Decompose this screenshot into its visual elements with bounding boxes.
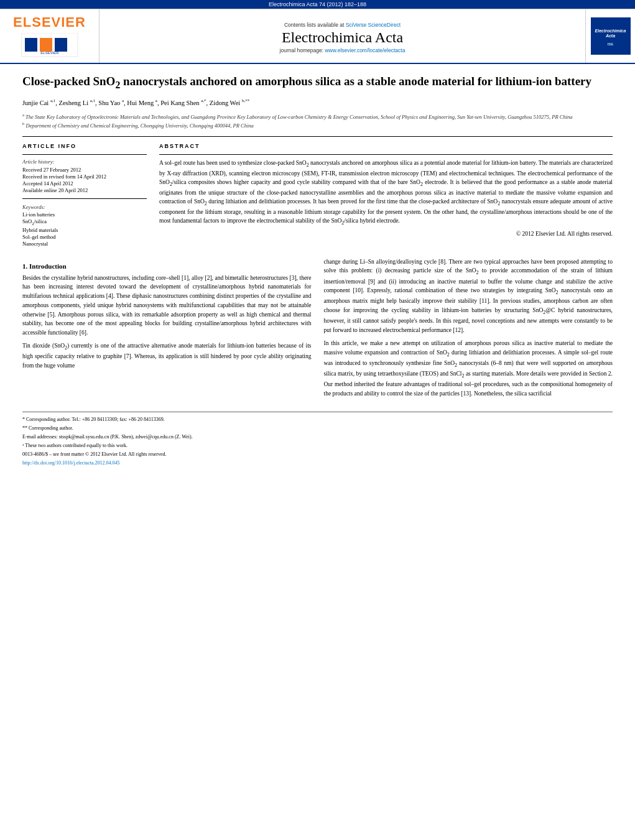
- elsevier-logo-text: ELSEVIER: [13, 14, 86, 30]
- keyword-2: SnO2/silica: [22, 218, 147, 226]
- keyword-1: Li-ion batteries: [22, 211, 147, 218]
- journal-title: Electrochimica Acta: [282, 29, 403, 46]
- article-history-label: Article history:: [22, 159, 147, 165]
- copyright: © 2012 Elsevier Ltd. All rights reserved…: [159, 229, 613, 238]
- intro-heading: 1. Introduction: [22, 262, 312, 270]
- journal-logo-box: ElectrochimicaActa ISE: [591, 17, 631, 55]
- divider-abstract: [159, 154, 613, 155]
- article-footer: * Corresponding author. Tel.: +86 20 841…: [22, 412, 613, 467]
- info-abstract-section: Article Info Article history: Received 2…: [22, 143, 613, 247]
- journal-logo-title: ElectrochimicaActa: [593, 26, 629, 42]
- elsevier-tree-logo: ELSEVIER: [19, 33, 81, 58]
- svg-text:ELSEVIER: ELSEVIER: [40, 51, 59, 55]
- keyword-4: Sol–gel method: [22, 234, 147, 240]
- intro-para-2: Tin dioxide (SnO2) currently is one of t…: [22, 341, 312, 371]
- available-date: Available online 20 April 2012: [22, 187, 147, 193]
- intro-para-3: change during Li–Sn alloying/dealloying …: [324, 257, 613, 335]
- footer-issn: 0013-4686/$ – see front matter © 2012 El…: [22, 451, 613, 458]
- footer-doi: http://dx.doi.org/10.1016/j.electacta.20…: [22, 459, 613, 467]
- top-banner: Electrochimica Acta 74 (2012) 182–188: [0, 0, 635, 9]
- svg-rect-3: [55, 38, 67, 52]
- article-info-heading: Article Info: [22, 143, 147, 149]
- abstract-text: A sol–gel route has been used to synthes…: [159, 159, 613, 238]
- received-revised-date: Received in revised form 14 April 2012: [22, 173, 147, 180]
- article-container: Close-packed SnO2 nanocrystals anchored …: [0, 64, 635, 481]
- footer-note-1: * Corresponding author. Tel.: +86 20 841…: [22, 416, 613, 423]
- keyword-5: Nanocrystal: [22, 241, 147, 247]
- keyword-3: Hybrid materials: [22, 227, 147, 233]
- footer-note-2: ** Corresponding author.: [22, 425, 613, 432]
- journal-logo-subtitle: ISE: [608, 42, 614, 46]
- divider-info: [22, 154, 147, 155]
- affiliations: a The State Key Laboratory of Optoelectr…: [22, 112, 613, 130]
- abstract-heading: Abstract: [159, 143, 613, 149]
- divider-top: [22, 136, 613, 137]
- svg-rect-1: [25, 38, 37, 52]
- footer-email: E-mail addresses: stsspk@mail.sysu.edu.c…: [22, 433, 613, 441]
- footer-note-3: ¹ These two authors contributed equally …: [22, 442, 613, 450]
- intro-para-1: Besides the crystalline hybrid nanostruc…: [22, 274, 312, 338]
- homepage-link[interactable]: www.elsevier.com/locate/electacta: [325, 47, 405, 53]
- svg-rect-2: [40, 38, 52, 52]
- article-info-col: Article Info Article history: Received 2…: [22, 143, 147, 247]
- journal-citation: Electrochimica Acta 74 (2012) 182–188: [269, 1, 366, 7]
- main-right-col: change during Li–Sn alloying/dealloying …: [324, 257, 613, 402]
- sciverse-link: Contents lists available at SciVerse Sci…: [284, 22, 401, 28]
- received-date: Received 27 February 2012: [22, 167, 147, 173]
- elsevier-logo-area: ELSEVIER ELSEVIER: [0, 9, 100, 63]
- main-content: 1. Introduction Besides the crystalline …: [22, 257, 613, 402]
- elsevier-wordmark: ELSEVIER: [13, 14, 86, 30]
- accepted-date: Accepted 14 April 2012: [22, 180, 147, 187]
- authors: Junjie Cai a,1, Zesheng Li a,1, Shu Yao …: [22, 98, 613, 108]
- journal-title-area: Contents lists available at SciVerse Sci…: [100, 9, 585, 63]
- divider-keywords: [22, 198, 147, 199]
- journal-logo-right: ElectrochimicaActa ISE: [585, 9, 635, 63]
- abstract-col: Abstract A sol–gel route has been used t…: [159, 143, 613, 247]
- journal-homepage: journal homepage: www.elsevier.com/locat…: [280, 47, 406, 53]
- sciverse-anchor[interactable]: SciVerse ScienceDirect: [346, 22, 401, 28]
- journal-header: ELSEVIER ELSEVIER Contents lists availab…: [0, 9, 635, 64]
- keywords-label: Keywords:: [22, 204, 147, 210]
- intro-para-4: In this article, we make a new attempt o…: [324, 339, 613, 399]
- article-title: Close-packed SnO2 nanocrystals anchored …: [22, 74, 613, 91]
- doi-link[interactable]: http://dx.doi.org/10.1016/j.electacta.20…: [22, 460, 120, 466]
- affiliation-b: b Department of Chemistry and Chemical E…: [22, 121, 613, 130]
- main-left-col: 1. Introduction Besides the crystalline …: [22, 257, 312, 402]
- affiliation-a: a The State Key Laboratory of Optoelectr…: [22, 112, 613, 121]
